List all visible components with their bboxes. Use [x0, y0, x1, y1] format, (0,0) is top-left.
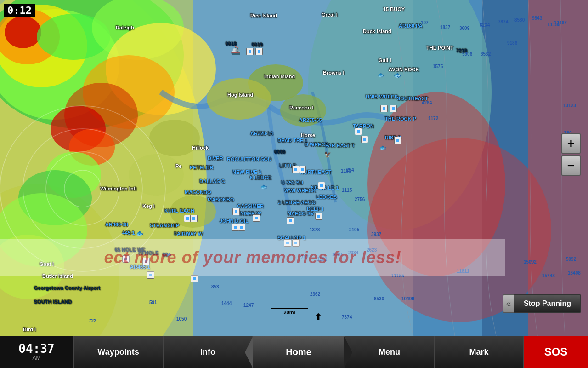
- north-arrow: ⬆: [315, 312, 322, 322]
- time-display: 04:37 AM: [0, 336, 74, 368]
- watermark-text: ect more of your memories for less!: [104, 248, 401, 267]
- svg-text:🐟: 🐟: [379, 144, 386, 151]
- scale-bar-line: [271, 308, 308, 309]
- stop-panning-button[interactable]: Stop Panning: [514, 294, 581, 313]
- svg-text:🦅: 🦅: [324, 151, 331, 158]
- timer-display: 0:12: [4, 4, 35, 17]
- app: 🐟 🐟 🐟 🐟 🐟 🚢 🦅 0:12 Rice Island Great I 1…: [0, 0, 588, 368]
- svg-text:🐟: 🐟: [136, 230, 144, 237]
- svg-point-31: [170, 196, 216, 228]
- map-container[interactable]: 🐟 🐟 🐟 🐟 🐟 🚢 🦅 0:12 Rice Island Great I 1…: [0, 0, 588, 336]
- svg-text:🐟: 🐟: [378, 71, 384, 78]
- svg-text:🚢: 🚢: [231, 46, 241, 56]
- scale-bar: 20mi: [271, 308, 308, 315]
- svg-point-29: [149, 120, 200, 156]
- home-button[interactable]: Home: [253, 336, 345, 368]
- zoom-controls: + −: [561, 133, 581, 176]
- bottom-toolbar: 04:37 AM Waypoints Info Home Menu Mark S…: [0, 336, 588, 368]
- info-button[interactable]: Info: [163, 336, 253, 368]
- sos-button[interactable]: SOS: [524, 336, 588, 368]
- svg-text:🐟: 🐟: [260, 183, 267, 190]
- svg-text:🐟: 🐟: [394, 71, 402, 79]
- svg-point-27: [280, 94, 326, 126]
- back-arrow-button[interactable]: «: [503, 294, 514, 313]
- zoom-in-button[interactable]: +: [561, 133, 581, 154]
- map-svg: 🐟 🐟 🐟 🐟 🐟 🚢 🦅: [0, 0, 588, 336]
- watermark-overlay: ect more of your memories for less!: [0, 239, 505, 276]
- time-value: 04:37: [18, 343, 54, 355]
- waypoints-button[interactable]: Waypoints: [74, 336, 163, 368]
- menu-button[interactable]: Menu: [345, 336, 434, 368]
- time-ampm: AM: [33, 355, 41, 361]
- stop-panning-control: « Stop Panning: [503, 294, 581, 313]
- mark-button[interactable]: Mark: [434, 336, 524, 368]
- svg-point-8: [5, 16, 41, 48]
- scale-bar-label: 20mi: [271, 310, 308, 315]
- svg-point-30: [129, 154, 184, 196]
- svg-point-28: [207, 78, 271, 120]
- zoom-out-button[interactable]: −: [561, 155, 581, 176]
